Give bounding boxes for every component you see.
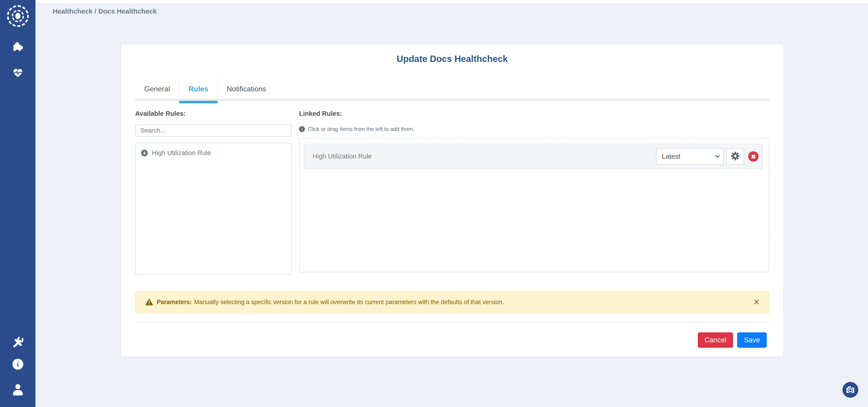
- remove-rule-button[interactable]: [748, 151, 758, 162]
- puzzle-piece-icon: [12, 41, 24, 53]
- close-icon[interactable]: ×: [754, 298, 759, 307]
- linked-rule-row[interactable]: High Utilization Rule Latest: [304, 144, 763, 169]
- tab-general[interactable]: General: [135, 79, 179, 99]
- screenshot-camera-button[interactable]: [842, 382, 858, 398]
- info-circle-icon: i: [299, 126, 305, 132]
- cancel-button[interactable]: Cancel: [698, 333, 733, 348]
- sidebar-item-healthcheck[interactable]: [11, 66, 25, 80]
- sidebar: i: [0, 0, 35, 407]
- search-input[interactable]: [135, 124, 292, 137]
- user-icon: [13, 384, 23, 396]
- available-rules-label: Available Rules:: [135, 110, 186, 117]
- alert-message: Manually selecting a specific version fo…: [194, 299, 504, 306]
- warning-triangle-icon: [145, 299, 153, 306]
- version-select[interactable]: Latest: [656, 148, 724, 165]
- alert-title: Parameters:: [157, 299, 192, 306]
- linked-rules-dropzone[interactable]: High Utilization Rule Latest: [299, 138, 770, 273]
- breadcrumb[interactable]: Healthcheck / Docs Healthcheck: [53, 7, 157, 15]
- sidebar-item-tools[interactable]: [11, 335, 25, 349]
- plus-circle-icon: +: [141, 150, 148, 156]
- tab-bar: General Rules Notifications: [135, 79, 770, 101]
- heart-pulse-icon: [12, 67, 24, 78]
- screwdriver-wrench-icon: [12, 337, 24, 348]
- rule-settings-button[interactable]: [726, 148, 744, 165]
- gear-icon: [731, 152, 740, 161]
- sidebar-item-user[interactable]: [11, 383, 25, 397]
- form-actions: Cancel Save: [698, 333, 767, 348]
- available-rule-name: High Utilization Rule: [152, 149, 211, 157]
- parameters-warning-alert: Parameters: Manually selecting a specifi…: [135, 291, 770, 313]
- sidebar-item-info[interactable]: i: [11, 357, 25, 371]
- available-rule-item[interactable]: + High Utilization Rule: [135, 143, 291, 163]
- tab-notifications[interactable]: Notifications: [218, 79, 275, 99]
- available-rules-list: + High Utilization Rule: [135, 143, 292, 275]
- linked-rules-hint: i Click or drag items from the left to a…: [299, 126, 414, 132]
- linked-rule-name: High Utilization Rule: [313, 153, 656, 160]
- version-select-wrap: Latest: [656, 148, 724, 165]
- save-button[interactable]: Save: [737, 333, 767, 348]
- footer-divider: [135, 322, 770, 322]
- top-bar: [35, 0, 868, 3]
- tab-rules[interactable]: Rules: [179, 79, 218, 99]
- linked-rules-label: Linked Rules:: [299, 110, 342, 117]
- page-title: Update Docs Healthcheck: [121, 54, 783, 64]
- info-circle-icon: i: [12, 359, 23, 370]
- update-healthcheck-card: Update Docs Healthcheck General Rules No…: [121, 44, 783, 356]
- sidebar-item-plugins[interactable]: [11, 40, 25, 53]
- hint-text: Click or drag items from the left to add…: [308, 126, 414, 132]
- app-logo-icon[interactable]: [7, 5, 29, 27]
